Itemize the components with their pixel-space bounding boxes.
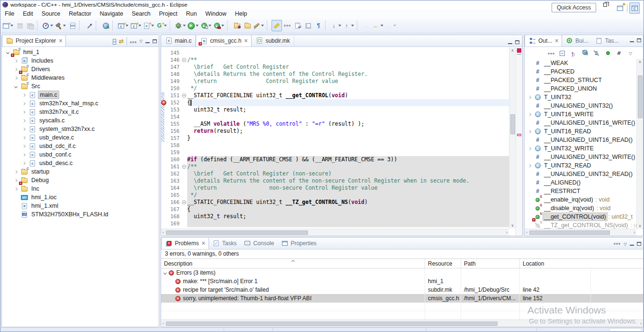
profile-button[interactable]: ▶	[213, 20, 226, 31]
code-line-162[interactable]: 162 \brief Get Control Register (non-sec…	[161, 170, 509, 177]
collapse-region-icon[interactable]: −	[182, 165, 186, 169]
column-header-path[interactable]: Path	[461, 259, 520, 268]
outline-hscroll-thumb[interactable]	[529, 231, 610, 235]
overview-occurrence-marker[interactable]	[517, 134, 521, 136]
tab-out[interactable]: Out...×	[525, 35, 562, 46]
clean-brush-button[interactable]	[253, 20, 265, 31]
run-configs-dropdown-icon[interactable]	[209, 25, 211, 27]
tree-expand-arrow[interactable]	[21, 120, 27, 122]
outline-item-__ALIGNED()[interactable]: #__ALIGNED()	[525, 178, 636, 187]
save-button[interactable]	[15, 20, 25, 31]
code-line-163[interactable]: 163 \details Returns the content of the …	[161, 177, 509, 184]
code-line-150[interactable]: 150 */	[161, 85, 509, 92]
fold-gutter[interactable]	[181, 170, 187, 177]
filter-hash-button[interactable]: #	[615, 48, 623, 57]
outline-horizontal-scrollbar[interactable]: ‹ ›	[525, 229, 636, 236]
fold-gutter[interactable]	[181, 120, 187, 128]
editor-vertical-scrollbar[interactable]: ∧ ∨	[509, 47, 516, 229]
code-line-169[interactable]: 169	[161, 220, 509, 227]
code-line-156[interactable]: 156 return(result);	[161, 128, 509, 135]
target-config-button[interactable]	[42, 20, 54, 31]
code-line-149[interactable]: 149 \return Control Register value	[161, 78, 509, 85]
outline-item-__UNALIGNED_UINT16_WRITE()[interactable]: #__UNALIGNED_UINT16_WRITE()	[525, 119, 636, 127]
tree-item-syscalls.c[interactable]: csyscalls.c	[2, 116, 158, 125]
code-line-148[interactable]: 148 \details Returns the content of the …	[161, 71, 509, 78]
overview-error-marker[interactable]	[517, 48, 521, 53]
tree-item-hmi_1.xml[interactable]: Xhmi_1.xml	[2, 202, 158, 210]
problems-hscroll-thumb[interactable]	[166, 322, 498, 326]
outline-item-__UNALIGNED_UINT32_READ()[interactable]: #__UNALIGNED_UINT32_READ()	[525, 170, 636, 178]
menu-item-source[interactable]: Source	[37, 9, 65, 18]
refresh-index-button[interactable]	[100, 20, 111, 31]
next-annotation-button[interactable]: ↓	[330, 20, 343, 31]
editor-hscroll-thumb[interactable]	[166, 231, 308, 235]
fold-gutter[interactable]	[181, 220, 187, 227]
outline-vertical-scrollbar[interactable]: ∧ ∨	[636, 59, 643, 229]
editor-tab-subdir.mk[interactable]: subdir.mk	[252, 35, 294, 46]
code-line-155[interactable]: 155 __ASM volatile ("MRS %0, control" : …	[161, 120, 509, 128]
tree-item-Middlewares[interactable]: CMiddlewares	[2, 74, 158, 82]
close-view-icon[interactable]: ×	[555, 37, 558, 44]
generate-code-button[interactable]: G+	[155, 20, 168, 31]
outline-item-T_UINT16_READ[interactable]: ST_UINT16_READ	[525, 127, 636, 136]
debug-dropdown-icon[interactable]	[183, 25, 186, 27]
code-line-146[interactable]: 146−/**	[161, 56, 509, 64]
new-c-project-button[interactable]: c+	[117, 20, 130, 31]
run-button[interactable]: ▶	[187, 20, 200, 31]
maximize-view-button[interactable]	[637, 37, 641, 44]
tree-item-usbd_desc.c[interactable]: cusbd_desc.c	[2, 159, 158, 167]
fold-gutter[interactable]	[181, 99, 187, 106]
run-configs-button[interactable]: ▶	[200, 20, 213, 31]
outline-item-T_UINT32[interactable]: ST_UINT32	[525, 93, 636, 101]
tree-expand-arrow[interactable]	[21, 145, 27, 148]
fold-gutter[interactable]	[181, 177, 187, 184]
fold-gutter[interactable]	[181, 85, 187, 92]
tree-item-stm32h7xx_hal_msp.c[interactable]: cstm32h7xx_hal_msp.c	[2, 99, 158, 108]
next-annotation-dropdown-icon[interactable]	[338, 25, 341, 27]
run-dropdown-icon[interactable]	[196, 25, 199, 27]
code-line-160[interactable]: 160#if (defined (__ARM_FEATURE_CMSE ) &&…	[161, 156, 509, 163]
maximize-view-button[interactable]	[637, 240, 641, 247]
editor-vscroll-thumb[interactable]	[510, 114, 515, 134]
collapse-region-icon[interactable]: −	[182, 93, 186, 98]
target-config-dropdown-icon[interactable]	[50, 25, 53, 27]
code-line-164[interactable]: 164 \return non-secure Control Register …	[161, 184, 509, 192]
editor-tab-cmsis_gcc.h[interactable]: h×cmsis_gcc.h×	[196, 35, 252, 46]
highlighter-button[interactable]	[272, 20, 282, 31]
new-cpp-project-button[interactable]: c+	[130, 20, 143, 31]
tree-expand-arrow[interactable]	[21, 128, 27, 130]
minimize-view-button[interactable]	[630, 240, 634, 247]
minimize-view-button[interactable]	[630, 37, 634, 44]
prev-annotation-button[interactable]: ↑	[343, 20, 355, 31]
tree-expand-arrow[interactable]	[21, 137, 27, 139]
build-button[interactable]	[54, 20, 67, 31]
maximize-editor-button[interactable]	[515, 37, 519, 46]
fold-gutter[interactable]	[181, 184, 187, 192]
fold-gutter[interactable]: −	[181, 56, 187, 64]
restore-window-button[interactable]	[603, 2, 607, 8]
fold-gutter[interactable]	[181, 128, 187, 135]
tree-expand-arrow[interactable]	[13, 179, 19, 182]
outline-item-T_UINT32_WRITE[interactable]: ST_UINT32_WRITE	[525, 144, 636, 153]
tree-item-usb_device.c[interactable]: cusb_device.c	[2, 133, 158, 142]
collapse-region-icon[interactable]: −	[182, 200, 186, 204]
editor-tab-main.c[interactable]: cmain.c	[161, 35, 196, 46]
view-menu-button[interactable]: ▽	[624, 240, 627, 247]
outline-expand-arrow[interactable]	[526, 113, 532, 116]
code-line-152[interactable]: ×152{	[161, 99, 509, 106]
outline-expand-arrow[interactable]	[526, 165, 532, 167]
collapse-all-button[interactable]: −	[113, 38, 116, 45]
clean-brush-dropdown-icon[interactable]	[261, 25, 264, 27]
tab-tas[interactable]: Tas...	[592, 35, 622, 46]
outline-item-__PACKED_STRUCT[interactable]: #__PACKED_STRUCT	[525, 76, 636, 84]
tree-item-Includes[interactable]: hIncludes	[2, 56, 158, 65]
outline-item-__UNALIGNED_UINT32()[interactable]: #__UNALIGNED_UINT32()	[525, 101, 636, 110]
outline-item-__PACKED[interactable]: #__PACKED	[525, 67, 636, 76]
outline-item-__disable_irq(void)[interactable]: S__disable_irq(void) : void	[525, 204, 636, 212]
fold-gutter[interactable]	[181, 149, 187, 156]
tree-expand-arrow[interactable]	[21, 162, 27, 165]
menu-item-navigate[interactable]: Navigate	[96, 9, 127, 18]
outline-item-__enable_irq(void)[interactable]: S__enable_irq(void) : void	[525, 195, 636, 204]
code-line-159[interactable]: 159	[161, 149, 509, 156]
menu-item-search[interactable]: Search	[127, 9, 155, 18]
